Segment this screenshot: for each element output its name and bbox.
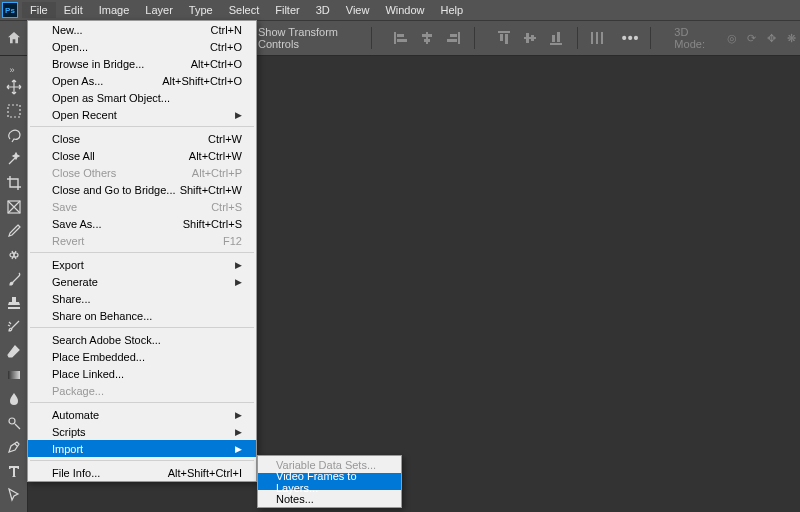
import-submenu: Variable Data Sets...Video Frames to Lay… — [257, 455, 402, 508]
marquee-tool-icon[interactable] — [2, 100, 26, 122]
3d-mode-label: 3D Mode: — [674, 26, 714, 50]
svg-rect-9 — [498, 31, 510, 33]
file-menu-close-and-go-to-bridge[interactable]: Close and Go to Bridge...Shift+Ctrl+W — [28, 181, 256, 198]
divider — [577, 27, 578, 49]
svg-rect-2 — [397, 39, 407, 42]
file-menu-file-info[interactable]: File Info...Alt+Shift+Ctrl+I — [28, 464, 256, 481]
file-menu-share-on-behance[interactable]: Share on Behance... — [28, 307, 256, 324]
svg-rect-12 — [524, 37, 536, 39]
file-menu-save-as[interactable]: Save As...Shift+Ctrl+S — [28, 215, 256, 232]
menu-filter[interactable]: Filter — [267, 2, 307, 18]
expand-chevron-icon[interactable]: » — [4, 60, 20, 80]
pen-tool-icon[interactable] — [2, 436, 26, 458]
svg-rect-0 — [394, 32, 396, 44]
align-center-h-icon[interactable] — [416, 27, 438, 49]
svg-rect-15 — [550, 43, 562, 45]
menu-help[interactable]: Help — [433, 2, 472, 18]
svg-rect-21 — [8, 105, 20, 117]
slide-icon[interactable]: ❋ — [784, 30, 800, 46]
svg-rect-13 — [526, 33, 529, 43]
pan-icon[interactable]: ✥ — [764, 30, 780, 46]
file-menu-open[interactable]: Open...Ctrl+O — [28, 38, 256, 55]
menu-type[interactable]: Type — [181, 2, 221, 18]
lasso-tool-icon[interactable] — [2, 124, 26, 146]
file-menu-generate[interactable]: Generate▶ — [28, 273, 256, 290]
transform-controls-label: Show Transform Controls — [258, 26, 361, 50]
orbit-icon[interactable]: ◎ — [724, 30, 740, 46]
svg-rect-17 — [557, 32, 560, 42]
toolbox — [0, 56, 28, 512]
align-right-icon[interactable] — [442, 27, 464, 49]
home-icon[interactable] — [4, 26, 24, 50]
wand-tool-icon[interactable] — [2, 148, 26, 170]
gradient-tool-icon[interactable] — [2, 364, 26, 386]
file-menu-new[interactable]: New...Ctrl+N — [28, 21, 256, 38]
file-menu-close[interactable]: CloseCtrl+W — [28, 130, 256, 147]
menu-3d[interactable]: 3D — [308, 2, 338, 18]
import-video-frames-to-layers[interactable]: Video Frames to Layers... — [258, 473, 401, 490]
svg-rect-16 — [552, 35, 555, 42]
svg-rect-10 — [500, 34, 503, 41]
menu-layer[interactable]: Layer — [137, 2, 181, 18]
menu-edit[interactable]: Edit — [56, 2, 91, 18]
crop-tool-icon[interactable] — [2, 172, 26, 194]
menu-window[interactable]: Window — [377, 2, 432, 18]
svg-rect-20 — [601, 32, 603, 44]
history-brush-tool-icon[interactable] — [2, 316, 26, 338]
file-menu-share[interactable]: Share... — [28, 290, 256, 307]
align-top-icon[interactable] — [493, 27, 515, 49]
menu-file[interactable]: File — [22, 2, 56, 18]
dodge-tool-icon[interactable] — [2, 412, 26, 434]
file-menu-automate[interactable]: Automate▶ — [28, 406, 256, 423]
file-menu-search-adobe-stock[interactable]: Search Adobe Stock... — [28, 331, 256, 348]
align-bottom-icon[interactable] — [545, 27, 567, 49]
menu-separator — [30, 126, 254, 127]
frame-tool-icon[interactable] — [2, 196, 26, 218]
roll-icon[interactable]: ⟳ — [744, 30, 760, 46]
svg-rect-3 — [426, 32, 428, 44]
file-menu-open-as[interactable]: Open As...Alt+Shift+Ctrl+O — [28, 72, 256, 89]
file-menu-dropdown: New...Ctrl+NOpen...Ctrl+OBrowse in Bridg… — [27, 20, 257, 482]
menu-image[interactable]: Image — [91, 2, 138, 18]
menu-select[interactable]: Select — [221, 2, 268, 18]
menubar: Ps FileEditImageLayerTypeSelectFilter3DV… — [0, 0, 800, 20]
menu-view[interactable]: View — [338, 2, 378, 18]
distribute-icon[interactable] — [588, 27, 606, 49]
svg-rect-11 — [505, 34, 508, 44]
file-menu-export[interactable]: Export▶ — [28, 256, 256, 273]
heal-tool-icon[interactable] — [2, 244, 26, 266]
file-menu-import[interactable]: Import▶ — [28, 440, 256, 457]
divider — [371, 27, 372, 49]
blur-tool-icon[interactable] — [2, 388, 26, 410]
file-menu-package: Package... — [28, 382, 256, 399]
svg-rect-24 — [8, 371, 20, 379]
file-menu-close-others: Close OthersAlt+Ctrl+P — [28, 164, 256, 181]
file-menu-scripts[interactable]: Scripts▶ — [28, 423, 256, 440]
path-select-tool-icon[interactable] — [2, 484, 26, 506]
file-menu-close-all[interactable]: Close AllAlt+Ctrl+W — [28, 147, 256, 164]
3d-mode-icons: ◎ ⟳ ✥ ❋ — [724, 30, 800, 46]
stamp-tool-icon[interactable] — [2, 292, 26, 314]
divider — [474, 27, 475, 49]
brush-tool-icon[interactable] — [2, 268, 26, 290]
divider — [650, 27, 651, 49]
svg-rect-14 — [531, 35, 534, 41]
distribute-group — [493, 27, 567, 49]
menu-separator — [30, 327, 254, 328]
svg-rect-1 — [397, 34, 404, 37]
align-middle-v-icon[interactable] — [519, 27, 541, 49]
file-menu-place-embedded[interactable]: Place Embedded... — [28, 348, 256, 365]
svg-rect-6 — [458, 32, 460, 44]
type-tool-icon[interactable] — [2, 460, 26, 482]
align-left-icon[interactable] — [390, 27, 412, 49]
file-menu-open-recent[interactable]: Open Recent▶ — [28, 106, 256, 123]
file-menu-browse-in-bridge[interactable]: Browse in Bridge...Alt+Ctrl+O — [28, 55, 256, 72]
svg-rect-19 — [596, 32, 598, 44]
file-menu-revert: RevertF12 — [28, 232, 256, 249]
file-menu-place-linked[interactable]: Place Linked... — [28, 365, 256, 382]
file-menu-open-as-smart-object[interactable]: Open as Smart Object... — [28, 89, 256, 106]
svg-rect-5 — [424, 39, 430, 42]
eyedropper-tool-icon[interactable] — [2, 220, 26, 242]
more-options-icon[interactable]: ••• — [622, 30, 640, 46]
eraser-tool-icon[interactable] — [2, 340, 26, 362]
